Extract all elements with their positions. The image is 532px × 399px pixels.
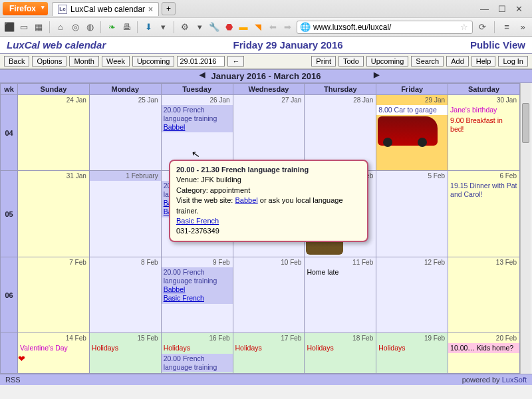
minimize-icon[interactable]: —: [480, 4, 489, 14]
event-item[interactable]: Holidays: [305, 343, 376, 353]
event-item[interactable]: Holidays: [162, 343, 233, 353]
tooltip-title: 20.00 - 21.30 French language training: [176, 165, 361, 175]
event-item[interactable]: Holidays: [233, 343, 305, 353]
day-cell-today[interactable]: 29 Jan 8.00 Car to garage: [376, 95, 448, 171]
event-item[interactable]: Home late: [305, 267, 376, 277]
event-item[interactable]: 8.00 Car to garage: [376, 105, 448, 115]
wrench-icon[interactable]: 🔧: [209, 22, 219, 33]
day-cell[interactable]: 16 FebHolidays20.00 French language trai…: [161, 333, 233, 374]
stop-icon[interactable]: ⬣: [223, 22, 234, 33]
download-icon[interactable]: ⬇: [143, 22, 154, 33]
day-cell[interactable]: 1 February: [89, 171, 161, 257]
new-tab-button[interactable]: +: [162, 2, 176, 15]
maximize-icon[interactable]: ☐: [498, 4, 506, 14]
day-cell[interactable]: 11 Feb Home late: [305, 257, 376, 333]
folder-icon[interactable]: ▬: [238, 22, 249, 33]
day-cell[interactable]: 25 Jan: [89, 95, 161, 171]
day-cell[interactable]: 10 Feb: [233, 257, 305, 333]
chevrons-icon[interactable]: »: [517, 22, 528, 33]
heart-icon: ❤: [18, 354, 25, 364]
tab-close-icon[interactable]: ×: [148, 5, 153, 14]
event-item[interactable]: Holidays: [376, 343, 448, 353]
day-cell[interactable]: 13 Feb: [448, 257, 520, 333]
event-item[interactable]: 20.00 French language trainingBabbel: [162, 105, 233, 132]
vertical-scrollbar[interactable]: [520, 83, 531, 374]
col-tue: Tuesday: [161, 84, 233, 95]
firefox-menu-button[interactable]: Firefox: [3, 2, 48, 15]
day-cell[interactable]: 15 FebHolidays: [89, 333, 161, 374]
rss-link[interactable]: RSS: [5, 376, 21, 384]
calendar-app: LuxCal web calendar Friday 29 January 20…: [0, 37, 532, 385]
day-cell[interactable]: 20 Feb10.00… Kids home?: [448, 333, 520, 374]
next-range-button[interactable]: ▶: [374, 70, 379, 79]
target-icon[interactable]: ◎: [70, 22, 80, 33]
menu-icon[interactable]: ≡: [501, 22, 512, 33]
url-input[interactable]: [313, 23, 456, 32]
event-item[interactable]: 20.00 French language trainingBabbelBasi…: [162, 267, 233, 304]
event-item[interactable]: 9.00 Breakfast in bed!: [448, 116, 519, 134]
event-item[interactable]: Holidays: [90, 343, 161, 353]
day-cell[interactable]: 30 Jan Jane's birthday 9.00 Breakfast in…: [448, 95, 520, 171]
scrollbar-thumb[interactable]: [522, 103, 529, 143]
event-item[interactable]: 19.15 Dinner with Pat and Carol!: [448, 181, 519, 200]
car-image: [378, 116, 438, 146]
day-number: 10 Feb: [233, 257, 305, 267]
day-cell[interactable]: 6 Feb 19.15 Dinner with Pat and Carol!: [448, 171, 520, 257]
day-cell[interactable]: 18 FebHolidays: [305, 333, 376, 374]
week-button[interactable]: Week: [102, 56, 130, 66]
upcoming2-button[interactable]: Upcoming: [366, 56, 409, 66]
event-item[interactable]: Jane's birthday: [448, 105, 519, 115]
dropdown-icon[interactable]: ▾: [158, 22, 168, 33]
browser-tab[interactable]: Lc LuxCal web calendar ×: [52, 2, 159, 16]
close-window-icon[interactable]: ✕: [515, 4, 523, 14]
day-cell[interactable]: 5 Feb: [376, 171, 448, 257]
gear2-icon[interactable]: ◍: [84, 22, 95, 33]
day-cell[interactable]: 17 FebHolidays: [233, 333, 305, 374]
day-cell[interactable]: 31 Jan: [18, 171, 90, 257]
day-cell[interactable]: 24 Jan: [18, 95, 90, 171]
prev-range-button[interactable]: ◀: [200, 70, 205, 79]
tooltip-link-basic[interactable]: Basic French: [176, 217, 219, 225]
wknum: 06: [1, 257, 18, 333]
print-icon[interactable]: 🖶: [121, 22, 132, 33]
forward-icon[interactable]: ➡: [282, 22, 293, 33]
back-button[interactable]: Back: [4, 56, 29, 66]
date-input[interactable]: [177, 56, 225, 66]
day-cell[interactable]: 14 Feb Valentine's Day ❤: [18, 333, 90, 374]
day-cell[interactable]: 9 Feb 20.00 French language trainingBabb…: [161, 257, 233, 333]
star-icon[interactable]: ☆: [459, 22, 469, 33]
event-item[interactable]: 10.00… Kids home?: [448, 343, 519, 353]
tooltip-link-babbel[interactable]: Babbel: [235, 196, 257, 204]
home-icon[interactable]: ⌂: [55, 22, 66, 33]
search-button[interactable]: Search: [411, 56, 444, 66]
todo-button[interactable]: Todo: [338, 56, 364, 66]
pocket-icon[interactable]: ⬛: [4, 22, 15, 33]
panel-icon[interactable]: ▭: [19, 22, 29, 33]
go-button[interactable]: ←: [227, 56, 244, 66]
rss-icon[interactable]: ◥: [253, 22, 263, 33]
login-button[interactable]: Log In: [498, 56, 528, 66]
month-button[interactable]: Month: [69, 56, 99, 66]
event-item[interactable]: 20.00 French language training: [162, 354, 233, 372]
footer: RSS powered by LuxSoft: [0, 374, 532, 385]
add-button[interactable]: Add: [446, 56, 469, 66]
options-button[interactable]: Options: [32, 56, 66, 66]
upcoming-button[interactable]: Upcoming: [132, 56, 175, 66]
luxsoft-link[interactable]: LuxSoft: [502, 376, 527, 384]
reload-icon[interactable]: ⟳: [477, 22, 487, 33]
day-cell[interactable]: 7 Feb: [18, 257, 90, 333]
grid-icon[interactable]: ▦: [33, 22, 44, 33]
back-icon[interactable]: ⬅: [267, 22, 278, 33]
day-cell[interactable]: 19 FebHolidays: [376, 333, 448, 374]
event-item[interactable]: Valentine's Day: [18, 343, 89, 353]
browser-toolbar: ⬛ ▭ ▦ ⌂ ◎ ◍ ❧ 🖶 ⬇ ▾ ⚙ ▾ 🔧 ⬣ ▬ ◥ ⬅ ➡ 🌐 ☆ …: [0, 17, 532, 36]
day-number: 31 Jan: [18, 171, 89, 181]
help-button[interactable]: Help: [471, 56, 496, 66]
day-cell[interactable]: 12 Feb: [376, 257, 448, 333]
url-bar[interactable]: 🌐 ☆: [297, 21, 473, 34]
gear-icon[interactable]: ⚙: [180, 22, 190, 33]
print-button[interactable]: Print: [311, 56, 336, 66]
leaf-icon[interactable]: ❧: [106, 22, 117, 33]
dropdown2-icon[interactable]: ▾: [194, 22, 205, 33]
day-cell[interactable]: 8 Feb: [89, 257, 161, 333]
